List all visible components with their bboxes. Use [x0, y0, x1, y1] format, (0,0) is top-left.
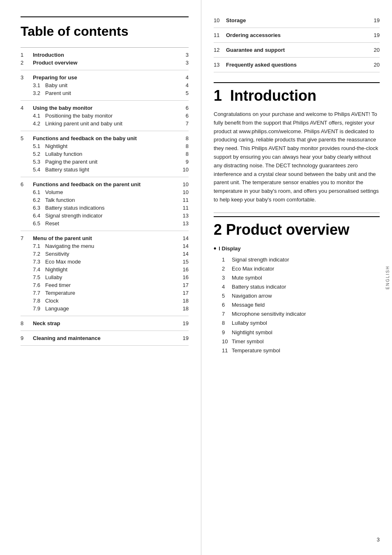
toc-num-4-1: 4.1	[33, 113, 45, 119]
toc-num-6-4: 6.4	[33, 213, 45, 219]
toc-page-12: 20	[371, 47, 380, 53]
toc-page-3-2: 5	[180, 90, 189, 96]
toc-row-6-3: 6.3 Battery status indications 11	[21, 204, 189, 212]
section2-title: Product overview	[226, 221, 349, 238]
toc-num-10: 10	[214, 17, 226, 23]
toc-row-8: 8 Neck strap 19	[21, 319, 189, 327]
toc-page-5-4: 10	[180, 166, 189, 173]
section1-title: Introduction	[230, 87, 316, 104]
toc-num-4: 4	[21, 105, 33, 111]
list-item: 6Message field	[222, 301, 380, 310]
list-item: 1Signal strength indicator	[222, 255, 380, 264]
toc-row-7-7: 7.7 Temperature 17	[21, 289, 189, 297]
toc-group-6: 6 Functions and feedback on the parent u…	[21, 180, 189, 231]
toc-num-7-3: 7.3	[33, 259, 45, 265]
toc-label-6: Functions and feedback on the parent uni…	[33, 181, 180, 187]
list-item: 3Mute symbol	[222, 273, 380, 282]
toc-page-7-5: 16	[180, 274, 189, 280]
toc-label-7-5: Lullaby	[45, 274, 180, 280]
list-item: 11Temperature symbol	[222, 346, 380, 355]
toc-label-11: Ordering accessories	[226, 32, 371, 38]
display-item-list: 1Signal strength indicator 2Eco Max indi…	[214, 255, 380, 355]
toc-label-5-1: Nightlight	[45, 143, 180, 149]
toc-row-5-3: 5.3 Paging the parent unit 9	[21, 158, 189, 166]
toc-title: Table of contents	[21, 16, 189, 39]
toc-group-3: 3 Preparing for use 4 3.1 Baby unit 4 3.…	[21, 74, 189, 101]
toc-page-3: 4	[180, 74, 189, 81]
toc-num-4-2: 4.2	[33, 120, 45, 127]
toc-label-8: Neck strap	[33, 320, 180, 326]
toc-row-6-1: 6.1 Volume 10	[21, 188, 189, 196]
toc-page-3-1: 4	[180, 82, 189, 88]
toc-row-3: 3 Preparing for use 4	[21, 74, 189, 81]
toc-row-7-8: 7.8 Clock 18	[21, 297, 189, 305]
toc-row-5-4: 5.4 Battery status light 10	[21, 166, 189, 173]
toc-row-3-1: 3.1 Baby unit 4	[21, 81, 189, 89]
toc-num-7-1: 7.1	[33, 243, 45, 249]
display-section-label: • I Display	[214, 244, 380, 253]
toc-page-4-1: 6	[180, 113, 189, 119]
toc-row-7-6: 7.6 Feed timer 17	[21, 281, 189, 289]
toc-num-7-4: 7.4	[33, 266, 45, 273]
toc-label-7: Menu of the parent unit	[33, 235, 180, 241]
toc-label-2: Product overview	[33, 60, 180, 66]
toc-num-7-6: 7.6	[33, 282, 45, 288]
toc-page-7-1: 14	[180, 243, 189, 249]
toc-row-6-4: 6.4 Signal strength indicator 13	[21, 212, 189, 220]
toc-page-6: 10	[180, 181, 189, 187]
toc-label-10: Storage	[226, 17, 371, 23]
toc-row-4-2: 4.2 Linking parent unit and baby unit 7	[21, 120, 189, 127]
toc-page-2: 3	[180, 60, 189, 66]
toc-num-6-5: 6.5	[33, 220, 45, 227]
toc-page-5-2: 8	[180, 151, 189, 157]
toc-label-7-8: Clock	[45, 298, 180, 304]
toc-page-7: 14	[180, 235, 189, 241]
toc-page-13: 20	[371, 62, 380, 68]
toc-label-3-1: Baby unit	[45, 82, 180, 88]
toc-label-5-3: Paging the parent unit	[45, 159, 180, 165]
toc-page-5: 8	[180, 135, 189, 141]
section2-heading: 2 Product overview	[214, 216, 380, 238]
toc-num-8: 8	[21, 320, 33, 326]
toc-group-9: 9 Cleaning and maintenance 19	[21, 334, 189, 346]
toc-group-5: 5 Functions and feedback on the baby uni…	[21, 134, 189, 177]
toc-row-12: 12 Guarantee and support 20	[214, 46, 380, 54]
toc-row-3-2: 3.2 Parent unit 5	[21, 89, 189, 97]
toc-page-1: 3	[180, 52, 189, 58]
toc-page-6-1: 10	[180, 189, 189, 195]
bullet-icon: •	[214, 244, 216, 253]
toc-page-7-8: 18	[180, 298, 189, 304]
toc-num-13: 13	[214, 62, 226, 68]
toc-num-7-7: 7.7	[33, 290, 45, 296]
toc-group-4: 4 Using the baby monitor 6 4.1 Positioni…	[21, 104, 189, 131]
toc-num-11: 11	[214, 32, 226, 38]
section1-num: 1	[214, 87, 222, 104]
toc-num-3-1: 3.1	[33, 82, 45, 88]
toc-label-6-5: Reset	[45, 220, 180, 227]
list-item: 10Timer symbol	[222, 337, 380, 346]
toc-num-6-1: 6.1	[33, 189, 45, 195]
toc-label-7-4: Nightlight	[45, 266, 180, 273]
toc-label-6-4: Signal strength indicator	[45, 213, 180, 219]
toc-num-5-4: 5.4	[33, 166, 45, 173]
display-label-text: I Display	[219, 245, 240, 252]
toc-row-7-2: 7.2 Sensitivity 14	[21, 250, 189, 258]
toc-group-8: 8 Neck strap 19	[21, 319, 189, 331]
toc-page-11: 19	[371, 32, 380, 38]
language-side-label: ENGLISH	[383, 0, 392, 555]
toc-num-5-2: 5.2	[33, 151, 45, 157]
section1-divider	[214, 213, 380, 213]
toc-num-3: 3	[21, 74, 33, 81]
toc-label-7-7: Temperature	[45, 290, 180, 296]
toc-row-4-1: 4.1 Positioning the baby monitor 6	[21, 112, 189, 120]
toc-row-6: 6 Functions and feedback on the parent u…	[21, 180, 189, 188]
language-text: ENGLISH	[385, 266, 390, 289]
toc-label-5-4: Battery status light	[45, 166, 180, 173]
toc-page-6-3: 11	[180, 205, 189, 211]
toc-label-3: Preparing for use	[33, 74, 180, 81]
page-number: 3	[377, 536, 380, 543]
toc-label-6-3: Battery status indications	[45, 205, 180, 211]
toc-num-5-1: 5.1	[33, 143, 45, 149]
right-toc: 10 Storage 19 11 Ordering accessories 19…	[214, 16, 380, 72]
toc-row-7-3: 7.3 Eco Max mode 15	[21, 258, 189, 266]
